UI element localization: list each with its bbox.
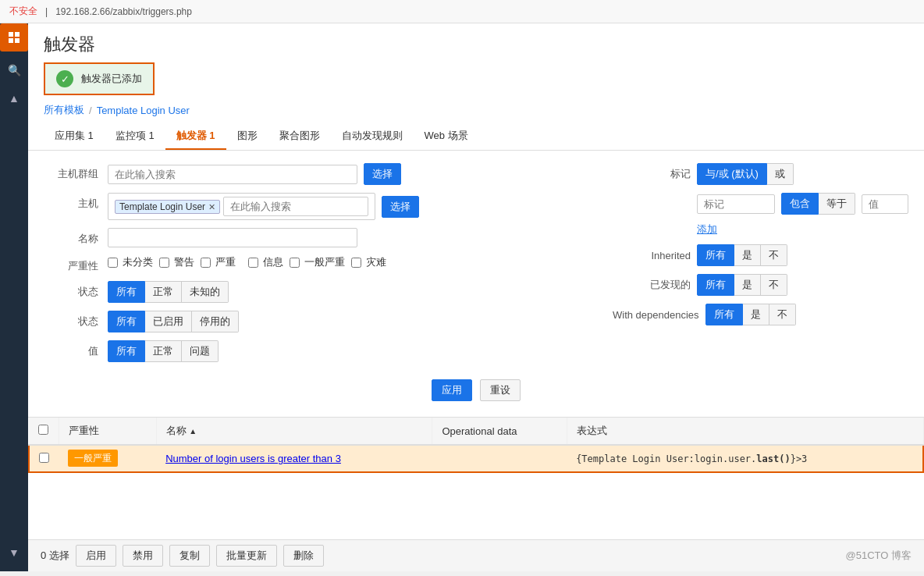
severity-critical[interactable]: 严重 bbox=[201, 255, 236, 269]
url-bar: 192.168.2.66/zabbix/triggers.php bbox=[55, 6, 192, 17]
sidebar-collapse-top[interactable]: ▲ bbox=[2, 86, 27, 111]
severity-info[interactable]: 信息 bbox=[248, 255, 283, 269]
reset-btn[interactable]: 重设 bbox=[480, 379, 521, 401]
row-checkbox[interactable] bbox=[39, 453, 49, 463]
tab-items[interactable]: 监控项 1 bbox=[105, 123, 165, 150]
svg-rect-3 bbox=[15, 38, 20, 43]
hostgroup-input[interactable] bbox=[108, 165, 357, 184]
with-dependencies-all[interactable]: 所有 bbox=[705, 304, 743, 325]
tag-input[interactable] bbox=[697, 194, 775, 214]
severity-average[interactable]: 一般严重 bbox=[290, 255, 345, 269]
severity-disaster-cb[interactable] bbox=[351, 258, 361, 268]
discovered-yes[interactable]: 是 bbox=[734, 274, 761, 296]
apply-row: 应用 重设 bbox=[44, 370, 908, 404]
status1-all[interactable]: 所有 bbox=[108, 281, 145, 303]
with-dependencies-yes[interactable]: 是 bbox=[743, 304, 769, 325]
status2-all[interactable]: 所有 bbox=[108, 311, 145, 332]
breadcrumb-all-templates[interactable]: 所有模板 bbox=[44, 103, 84, 117]
th-name: 名称 ▲ bbox=[156, 418, 432, 445]
inherited-all[interactable]: 所有 bbox=[697, 244, 734, 266]
tag-label: 标记 bbox=[613, 167, 691, 181]
tag-or[interactable]: 或 bbox=[767, 163, 794, 185]
value-normal[interactable]: 正常 bbox=[145, 340, 182, 362]
trigger-name-link[interactable]: Number of login users is greater than 3 bbox=[165, 453, 341, 464]
svg-rect-2 bbox=[9, 38, 13, 43]
disable-btn[interactable]: 禁用 bbox=[123, 545, 163, 567]
status2-label: 状态 bbox=[44, 311, 98, 329]
severity-unclassified[interactable]: 未分类 bbox=[108, 255, 153, 269]
value-btn-group: 所有 正常 问题 bbox=[108, 340, 219, 362]
with-dependencies-row: With dependencies 所有 是 不 bbox=[613, 304, 908, 325]
filter-row-status2: 状态 所有 已启用 停用的 bbox=[44, 311, 581, 332]
th-expression: 表达式 bbox=[567, 418, 923, 445]
name-controls bbox=[108, 228, 581, 247]
severity-critical-cb[interactable] bbox=[201, 258, 211, 268]
enable-btn[interactable]: 启用 bbox=[76, 545, 116, 567]
discovered-no[interactable]: 不 bbox=[761, 274, 787, 296]
hostgroup-select-btn[interactable]: 选择 bbox=[364, 163, 401, 185]
triggers-table: 严重性 名称 ▲ Operational data 表达式 一般严重 bbox=[28, 418, 924, 473]
host-input-box[interactable]: Template Login User ✕ bbox=[108, 193, 375, 220]
tag-value-input[interactable] bbox=[862, 194, 908, 214]
value-label: 值 bbox=[44, 340, 98, 358]
tag-add-link[interactable]: 添加 bbox=[697, 222, 717, 236]
sidebar-collapse-bottom[interactable]: ▼ bbox=[2, 540, 27, 565]
inherited-yes[interactable]: 是 bbox=[734, 244, 761, 266]
discovered-all[interactable]: 所有 bbox=[697, 274, 734, 296]
host-search-input[interactable] bbox=[223, 197, 368, 216]
apply-btn[interactable]: 应用 bbox=[432, 379, 472, 401]
severity-warning-cb[interactable] bbox=[159, 258, 169, 268]
batch-update-btn[interactable]: 批量更新 bbox=[216, 545, 277, 567]
tab-graphs[interactable]: 图形 bbox=[226, 123, 268, 150]
sort-icon: ▲ bbox=[189, 427, 197, 436]
breadcrumb-template-login-user[interactable]: Template Login User bbox=[97, 105, 190, 116]
severity-unclassified-cb[interactable] bbox=[108, 258, 118, 268]
table-row: 一般严重 Number of login users is greater th… bbox=[29, 445, 923, 472]
sidebar-search-icon[interactable]: 🔍 bbox=[2, 58, 27, 83]
tag-and-or[interactable]: 与/或 (默认) bbox=[697, 163, 767, 185]
page-header: 触发器 ✓ 触发器已添加 所有模板 / Template Login User … bbox=[28, 23, 924, 151]
main-content: 触发器 ✓ 触发器已添加 所有模板 / Template Login User … bbox=[28, 23, 924, 571]
host-select-btn[interactable]: 选择 bbox=[382, 196, 419, 218]
host-tag-remove[interactable]: ✕ bbox=[208, 202, 215, 212]
with-dependencies-no[interactable]: 不 bbox=[769, 304, 796, 325]
value-all[interactable]: 所有 bbox=[108, 340, 145, 362]
row-checkbox-cell bbox=[29, 445, 59, 472]
success-banner: ✓ 触发器已添加 bbox=[44, 62, 155, 95]
svg-rect-1 bbox=[15, 32, 20, 37]
filter-row-status1: 状态 所有 正常 未知的 bbox=[44, 281, 581, 303]
status2-disabled[interactable]: 停用的 bbox=[192, 311, 239, 332]
severity-disaster[interactable]: 灾难 bbox=[351, 255, 386, 269]
expression-bold-part: last() bbox=[756, 453, 790, 464]
tab-discovery[interactable]: 自动发现规则 bbox=[331, 123, 414, 150]
status1-normal[interactable]: 正常 bbox=[145, 281, 182, 303]
discovered-label: 已发现的 bbox=[613, 278, 691, 292]
left-filters: 主机群组 选择 主机 Template Login User bbox=[44, 163, 581, 370]
host-tag: Template Login User ✕ bbox=[115, 200, 220, 214]
severity-info-cb[interactable] bbox=[248, 258, 258, 268]
select-all-checkbox[interactable] bbox=[38, 425, 48, 435]
tab-triggers[interactable]: 触发器 1 bbox=[165, 123, 226, 150]
filter-section: 主机群组 选择 主机 Template Login User bbox=[28, 151, 924, 418]
tag-contains[interactable]: 包含 bbox=[781, 193, 819, 215]
breadcrumb: 所有模板 / Template Login User bbox=[44, 103, 908, 117]
tab-web[interactable]: Web 场景 bbox=[414, 123, 479, 150]
tab-aggregate-graphs[interactable]: 聚合图形 bbox=[268, 123, 331, 150]
inherited-no[interactable]: 不 bbox=[761, 244, 787, 266]
status2-enabled[interactable]: 已启用 bbox=[145, 311, 192, 332]
secure-warning: 不安全 bbox=[9, 5, 37, 18]
tag-header-row: 标记 与/或 (默认) 或 bbox=[613, 163, 908, 185]
delete-btn[interactable]: 删除 bbox=[283, 545, 324, 567]
severity-average-cb[interactable] bbox=[290, 258, 300, 268]
value-problem[interactable]: 问题 bbox=[182, 340, 219, 362]
severity-warning[interactable]: 警告 bbox=[159, 255, 194, 269]
discovered-btn-group: 所有 是 不 bbox=[697, 274, 787, 296]
host-tag-label: Template Login User bbox=[119, 201, 205, 212]
host-controls: Template Login User ✕ 选择 bbox=[108, 193, 581, 220]
name-input[interactable] bbox=[108, 228, 357, 247]
tag-equals[interactable]: 等于 bbox=[819, 193, 855, 215]
tab-applications[interactable]: 应用集 1 bbox=[44, 123, 105, 150]
status1-unknown[interactable]: 未知的 bbox=[182, 281, 229, 303]
host-label: 主机 bbox=[44, 193, 98, 211]
copy-btn[interactable]: 复制 bbox=[169, 545, 210, 567]
